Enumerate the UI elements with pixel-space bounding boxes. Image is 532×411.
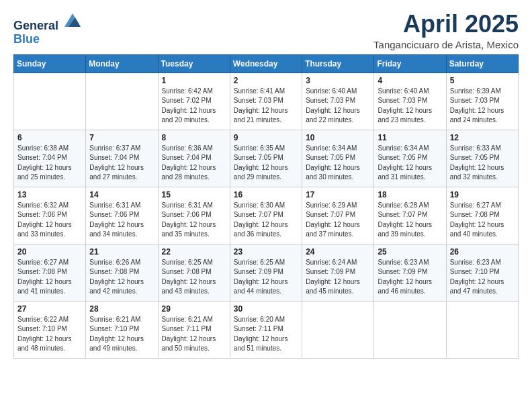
calendar-cell: 18Sunrise: 6:28 AM Sunset: 7:07 PM Dayli…: [374, 187, 446, 244]
day-number: 14: [89, 190, 154, 199]
calendar-week-2: 6Sunrise: 6:38 AM Sunset: 7:04 PM Daylig…: [14, 130, 519, 187]
day-header-sunday: Sunday: [14, 54, 86, 73]
cell-info: Sunrise: 6:22 AM Sunset: 7:10 PM Dayligh…: [17, 315, 82, 354]
calendar-week-3: 13Sunrise: 6:32 AM Sunset: 7:06 PM Dayli…: [14, 187, 519, 244]
calendar-cell: 8Sunrise: 6:36 AM Sunset: 7:04 PM Daylig…: [158, 130, 230, 187]
day-number: 16: [234, 190, 298, 199]
calendar-cell: 17Sunrise: 6:29 AM Sunset: 7:07 PM Dayli…: [302, 187, 374, 244]
day-number: 4: [378, 76, 442, 85]
cell-info: Sunrise: 6:29 AM Sunset: 7:07 PM Dayligh…: [306, 201, 370, 240]
calendar-cell: 21Sunrise: 6:26 AM Sunset: 7:08 PM Dayli…: [86, 244, 158, 301]
calendar-cell: 6Sunrise: 6:38 AM Sunset: 7:04 PM Daylig…: [14, 130, 86, 187]
day-number: 6: [17, 133, 82, 142]
cell-info: Sunrise: 6:35 AM Sunset: 7:05 PM Dayligh…: [234, 144, 298, 183]
calendar-cell: 25Sunrise: 6:23 AM Sunset: 7:09 PM Dayli…: [374, 244, 446, 301]
cell-info: Sunrise: 6:27 AM Sunset: 7:08 PM Dayligh…: [17, 258, 82, 297]
calendar-cell: 15Sunrise: 6:31 AM Sunset: 7:06 PM Dayli…: [158, 187, 230, 244]
calendar-cell: 10Sunrise: 6:34 AM Sunset: 7:05 PM Dayli…: [302, 130, 374, 187]
calendar-cell: 7Sunrise: 6:37 AM Sunset: 7:04 PM Daylig…: [86, 130, 158, 187]
calendar-cell: 13Sunrise: 6:32 AM Sunset: 7:06 PM Dayli…: [14, 187, 86, 244]
cell-info: Sunrise: 6:30 AM Sunset: 7:07 PM Dayligh…: [234, 201, 298, 240]
cell-info: Sunrise: 6:23 AM Sunset: 7:09 PM Dayligh…: [378, 258, 442, 297]
day-number: 30: [234, 304, 298, 314]
day-number: 26: [450, 247, 515, 257]
cell-info: Sunrise: 6:24 AM Sunset: 7:09 PM Dayligh…: [306, 258, 370, 297]
calendar-cell: 19Sunrise: 6:27 AM Sunset: 7:08 PM Dayli…: [446, 187, 518, 244]
calendar-table: SundayMondayTuesdayWednesdayThursdayFrid…: [13, 54, 519, 359]
cell-info: Sunrise: 6:20 AM Sunset: 7:11 PM Dayligh…: [234, 315, 298, 354]
day-number: 22: [162, 247, 226, 257]
cell-info: Sunrise: 6:25 AM Sunset: 7:08 PM Dayligh…: [162, 258, 226, 297]
day-header-saturday: Saturday: [446, 54, 518, 73]
cell-info: Sunrise: 6:42 AM Sunset: 7:02 PM Dayligh…: [162, 87, 226, 126]
subtitle: Tangancicuaro de Arista, Mexico: [373, 39, 519, 50]
day-number: 25: [378, 247, 442, 257]
cell-info: Sunrise: 6:38 AM Sunset: 7:04 PM Dayligh…: [17, 144, 82, 183]
logo: General Blue: [13, 11, 82, 46]
calendar-cell: 12Sunrise: 6:33 AM Sunset: 7:05 PM Dayli…: [446, 130, 518, 187]
logo-text: General: [13, 11, 82, 33]
day-number: 8: [162, 133, 226, 142]
day-header-monday: Monday: [86, 54, 158, 73]
day-number: 5: [450, 76, 515, 85]
cell-info: Sunrise: 6:31 AM Sunset: 7:06 PM Dayligh…: [89, 201, 154, 240]
day-number: 13: [17, 190, 82, 199]
calendar-cell: 3Sunrise: 6:40 AM Sunset: 7:03 PM Daylig…: [302, 73, 374, 130]
calendar-week-1: 1Sunrise: 6:42 AM Sunset: 7:02 PM Daylig…: [14, 73, 519, 130]
calendar-cell: 4Sunrise: 6:40 AM Sunset: 7:03 PM Daylig…: [374, 73, 446, 130]
calendar-cell: 29Sunrise: 6:21 AM Sunset: 7:11 PM Dayli…: [158, 301, 230, 358]
calendar-cell: 20Sunrise: 6:27 AM Sunset: 7:08 PM Dayli…: [14, 244, 86, 301]
cell-info: Sunrise: 6:37 AM Sunset: 7:04 PM Dayligh…: [89, 144, 154, 183]
calendar-cell: [14, 73, 86, 130]
cell-info: Sunrise: 6:32 AM Sunset: 7:06 PM Dayligh…: [17, 201, 82, 240]
calendar-cell: 26Sunrise: 6:23 AM Sunset: 7:10 PM Dayli…: [446, 244, 518, 301]
day-number: 21: [89, 247, 154, 257]
cell-info: Sunrise: 6:23 AM Sunset: 7:10 PM Dayligh…: [450, 258, 515, 297]
calendar-cell: 1Sunrise: 6:42 AM Sunset: 7:02 PM Daylig…: [158, 73, 230, 130]
cell-info: Sunrise: 6:28 AM Sunset: 7:07 PM Dayligh…: [378, 201, 442, 240]
day-number: 23: [234, 247, 298, 257]
cell-info: Sunrise: 6:40 AM Sunset: 7:03 PM Dayligh…: [306, 87, 370, 126]
logo-blue: Blue: [13, 32, 40, 46]
logo-icon: [63, 11, 82, 30]
day-number: 15: [162, 190, 226, 199]
calendar-cell: 2Sunrise: 6:41 AM Sunset: 7:03 PM Daylig…: [230, 73, 302, 130]
cell-info: Sunrise: 6:40 AM Sunset: 7:03 PM Dayligh…: [378, 87, 442, 126]
logo-general: General: [13, 19, 58, 32]
day-number: 3: [306, 76, 370, 85]
calendar-week-5: 27Sunrise: 6:22 AM Sunset: 7:10 PM Dayli…: [14, 301, 519, 358]
day-number: 10: [306, 133, 370, 142]
cell-info: Sunrise: 6:27 AM Sunset: 7:08 PM Dayligh…: [450, 201, 515, 240]
day-number: 7: [89, 133, 154, 142]
day-number: 28: [89, 304, 154, 314]
cell-info: Sunrise: 6:39 AM Sunset: 7:03 PM Dayligh…: [450, 87, 515, 126]
cell-info: Sunrise: 6:41 AM Sunset: 7:03 PM Dayligh…: [234, 87, 298, 126]
title-block: April 2025 Tangancicuaro de Arista, Mexi…: [373, 11, 519, 50]
cell-info: Sunrise: 6:25 AM Sunset: 7:09 PM Dayligh…: [234, 258, 298, 297]
calendar-cell: 22Sunrise: 6:25 AM Sunset: 7:08 PM Dayli…: [158, 244, 230, 301]
day-header-wednesday: Wednesday: [230, 54, 302, 73]
cell-info: Sunrise: 6:36 AM Sunset: 7:04 PM Dayligh…: [162, 144, 226, 183]
calendar-cell: 27Sunrise: 6:22 AM Sunset: 7:10 PM Dayli…: [14, 301, 86, 358]
calendar-cell: 5Sunrise: 6:39 AM Sunset: 7:03 PM Daylig…: [446, 73, 518, 130]
calendar-cell: 30Sunrise: 6:20 AM Sunset: 7:11 PM Dayli…: [230, 301, 302, 358]
month-title: April 2025: [373, 11, 519, 38]
calendar-cell: 24Sunrise: 6:24 AM Sunset: 7:09 PM Dayli…: [302, 244, 374, 301]
cell-info: Sunrise: 6:21 AM Sunset: 7:10 PM Dayligh…: [89, 315, 154, 354]
day-number: 2: [234, 76, 298, 85]
day-number: 17: [306, 190, 370, 199]
calendar-header-row: SundayMondayTuesdayWednesdayThursdayFrid…: [14, 54, 519, 73]
calendar-cell: [374, 301, 446, 358]
calendar-cell: 28Sunrise: 6:21 AM Sunset: 7:10 PM Dayli…: [86, 301, 158, 358]
day-number: 9: [234, 133, 298, 142]
day-number: 12: [450, 133, 515, 142]
page-header: General Blue April 2025 Tangancicuaro de…: [13, 11, 519, 50]
cell-info: Sunrise: 6:34 AM Sunset: 7:05 PM Dayligh…: [306, 144, 370, 183]
day-header-thursday: Thursday: [302, 54, 374, 73]
cell-info: Sunrise: 6:26 AM Sunset: 7:08 PM Dayligh…: [89, 258, 154, 297]
calendar-week-4: 20Sunrise: 6:27 AM Sunset: 7:08 PM Dayli…: [14, 244, 519, 301]
cell-info: Sunrise: 6:31 AM Sunset: 7:06 PM Dayligh…: [162, 201, 226, 240]
calendar-cell: [86, 73, 158, 130]
calendar-cell: 14Sunrise: 6:31 AM Sunset: 7:06 PM Dayli…: [86, 187, 158, 244]
day-number: 19: [450, 190, 515, 199]
